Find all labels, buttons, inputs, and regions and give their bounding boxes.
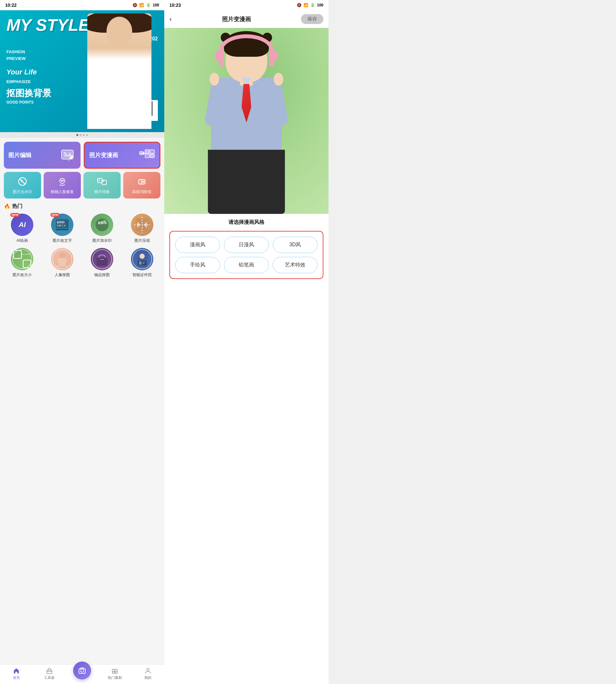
page-title: 照片变漫画 xyxy=(222,16,251,23)
svg-point-57 xyxy=(147,668,149,671)
svg-point-44 xyxy=(139,254,145,259)
camera-icon xyxy=(78,666,87,675)
svg-rect-45 xyxy=(138,261,146,265)
style-btn-3d[interactable]: 3D风 xyxy=(273,237,317,253)
nav-home-label: 首页 xyxy=(13,675,20,680)
new-badge-imgtext: NEW xyxy=(50,213,60,217)
svg-rect-47 xyxy=(142,262,145,263)
toolbox-icon xyxy=(46,667,53,675)
hot-grid: NEW AI AI绘画 NEW 证件扫 海量工具 xyxy=(4,213,160,244)
magazine-your-life: Your Life xyxy=(6,68,37,76)
svg-text:+: + xyxy=(104,220,105,223)
style-btn-art[interactable]: 艺术特效 xyxy=(273,257,317,273)
style-btn-anime[interactable]: 日漫风 xyxy=(224,237,269,253)
banner-dots xyxy=(0,132,164,138)
small-feature-convert[interactable]: 图片转换 xyxy=(83,172,120,199)
battery-value-right: 100 xyxy=(317,3,324,7)
circle-item-id-photo[interactable]: 智能证件照 xyxy=(124,248,161,278)
svg-rect-55 xyxy=(112,672,115,674)
hot-item-watermark-label: 图片加水印 xyxy=(92,238,112,244)
ai-draw-icon: AI xyxy=(11,213,34,236)
circle-label-id: 智能证件照 xyxy=(132,272,152,278)
feature-card-manga-label: 照片变漫画 xyxy=(89,151,118,159)
right-panel: 10:23 🔕 📶 🔋 100 ‹ 照片变漫画 保存 xyxy=(164,0,329,684)
woman-figure xyxy=(87,14,151,129)
circle-item-portrait[interactable]: 人像抠图 xyxy=(44,248,81,278)
small-feature-face-label: 模糊人脸修复 xyxy=(51,189,74,195)
photo-background xyxy=(164,28,329,214)
camera-button[interactable] xyxy=(73,662,91,680)
hot-item-img-text[interactable]: NEW 证件扫 海量工具 图片改文字 xyxy=(44,213,81,244)
circle-item-object[interactable]: 物品抠图 xyxy=(84,248,120,278)
svg-rect-19 xyxy=(102,180,107,185)
style-btn-manga[interactable]: 漫画风 xyxy=(175,237,220,253)
save-button[interactable]: 保存 xyxy=(301,14,324,24)
nav-toolbox[interactable]: 工具箱 xyxy=(33,667,65,680)
materials-icon xyxy=(111,667,118,675)
style-section-title: 请选择漫画风格 xyxy=(169,219,324,226)
dot-2 xyxy=(80,134,82,136)
small-feature-face[interactable]: 模糊人脸修复 xyxy=(44,172,81,199)
right-header: ‹ 照片变漫画 保存 xyxy=(164,10,329,28)
bell-icon-right: 🔕 xyxy=(297,3,302,7)
hot-item-imgtext-label: 图片改文字 xyxy=(52,238,72,244)
eraser-icon xyxy=(136,176,148,187)
dot-1 xyxy=(76,134,78,136)
svg-rect-48 xyxy=(142,263,145,264)
style-btn-hand[interactable]: 手绘风 xyxy=(175,257,220,273)
circle-label-resize: 图片改大小 xyxy=(13,272,32,278)
feature-card-edit-label: 图片编辑 xyxy=(8,151,31,159)
svg-marker-20 xyxy=(98,179,100,182)
feature-card-manga[interactable]: 照片变漫画 xyxy=(84,142,160,169)
wifi-icon: 📶 xyxy=(139,3,144,7)
style-btn-pencil[interactable]: 铅笔画 xyxy=(224,257,269,273)
home-icon xyxy=(13,667,20,675)
circle-item-resize[interactable]: 图片改大小 xyxy=(4,248,41,278)
hot-section-title: 🔥 热门 xyxy=(4,203,160,210)
svg-text:证件扫: 证件扫 xyxy=(57,221,65,224)
hot-item-compress[interactable]: 图片压缩 xyxy=(124,213,161,244)
small-feature-eraser[interactable]: 高级消除笔 xyxy=(123,172,160,199)
battery-icon-right: 🔋 xyxy=(310,3,315,7)
small-feature-convert-label: 图片转换 xyxy=(94,189,110,195)
svg-point-51 xyxy=(81,669,84,672)
svg-point-17 xyxy=(63,180,64,181)
headphone-left xyxy=(215,50,224,62)
svg-marker-5 xyxy=(68,160,69,161)
headphone-right xyxy=(269,50,278,62)
id-photo-icon xyxy=(131,248,153,270)
magazine-title: MY STYLE xyxy=(6,17,89,33)
nav-mine[interactable]: 我的 xyxy=(132,667,164,680)
hand-right xyxy=(274,73,283,86)
svg-rect-9 xyxy=(150,154,154,158)
time-right: 10:23 xyxy=(169,3,181,8)
hot-item-watermark[interactable]: 改图鸭 + 图片加水印 xyxy=(84,213,120,244)
girl-figure xyxy=(195,28,298,214)
feature-card-edit[interactable]: 图片编辑 xyxy=(4,142,81,169)
magazine-emphasize: EMPHASIZE xyxy=(6,79,31,84)
svg-text:海量工具: 海量工具 xyxy=(57,225,66,227)
bottom-nav: 首页 工具箱 xyxy=(0,664,164,684)
svg-point-28 xyxy=(95,219,108,231)
object-icon xyxy=(91,248,113,270)
small-feature-eraser-label: 高级消除笔 xyxy=(132,189,151,195)
hot-item-ai-draw[interactable]: NEW AI AI绘画 xyxy=(4,213,41,244)
hot-title-text: 热门 xyxy=(12,203,22,210)
magazine-good-points: GOOD POINTS xyxy=(6,100,34,105)
nav-camera[interactable] xyxy=(66,668,98,680)
status-bar-left: 10:22 🔕 📶 🔋 100 xyxy=(0,0,164,10)
svg-point-16 xyxy=(61,180,62,181)
svg-rect-41 xyxy=(96,257,108,266)
resize-icon xyxy=(11,248,34,270)
back-button[interactable]: ‹ xyxy=(169,15,172,23)
main-content-left: 图片编辑 照片变漫画 xyxy=(0,138,164,664)
small-feature-watermark[interactable]: 图片去水印 xyxy=(4,172,41,199)
nav-materials[interactable]: 热门素材 xyxy=(98,667,131,680)
nav-mine-label: 我的 xyxy=(145,675,151,680)
edit-icon xyxy=(60,147,76,163)
hot-item-ai-label: AI绘画 xyxy=(17,238,28,244)
skirt xyxy=(208,150,285,214)
svg-rect-53 xyxy=(112,669,115,672)
face-repair-icon xyxy=(57,176,68,187)
nav-home[interactable]: 首页 xyxy=(0,667,33,680)
